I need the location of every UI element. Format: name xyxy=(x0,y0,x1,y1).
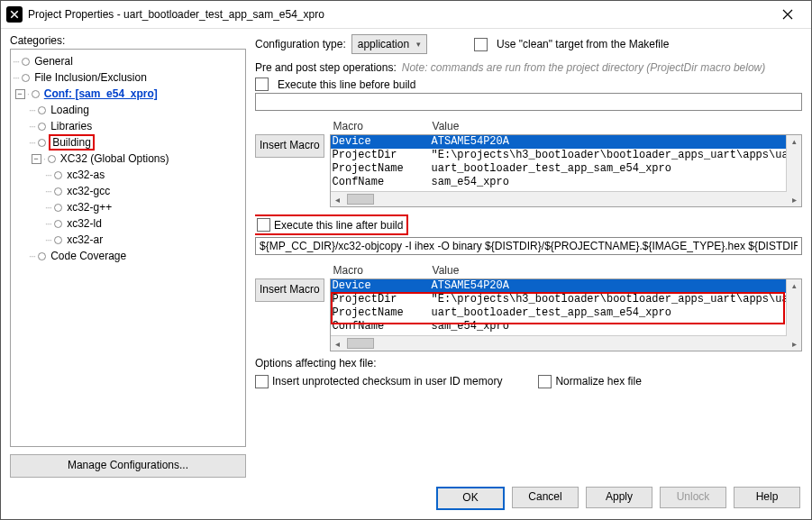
macro-table-header: MacroValue xyxy=(330,262,802,278)
dialog-button-bar: OK Cancel Apply Unlock Help xyxy=(1,478,811,519)
apply-button[interactable]: Apply xyxy=(586,487,652,508)
tree-collapse-icon[interactable]: − xyxy=(29,151,43,166)
help-button[interactable]: Help xyxy=(734,487,800,508)
execute-before-checkbox[interactable] xyxy=(255,78,269,91)
ok-button[interactable]: OK xyxy=(436,487,505,510)
table-row: ConfNamesam_e54_xpro xyxy=(331,320,801,333)
execute-before-label: Execute this line before build xyxy=(278,78,415,91)
execute-after-checkbox[interactable] xyxy=(257,218,270,232)
tree-item-conf[interactable]: Conf: [sam_e54_xpro] xyxy=(44,87,158,100)
unlock-button: Unlock xyxy=(660,487,726,508)
insert-macro-after-button[interactable]: Insert Macro xyxy=(255,278,324,302)
tree-item-general[interactable]: General xyxy=(34,55,73,68)
table-row: ProjectDir"E:\projects\h3_bootloader\boo… xyxy=(331,149,801,162)
vertical-scrollbar[interactable]: ▴ xyxy=(786,135,801,192)
normalize-hex-label: Normalize hex file xyxy=(555,375,641,388)
tree-item-xc32-gpp[interactable]: xc32-g++ xyxy=(67,201,112,214)
categories-label: Categories: xyxy=(10,34,246,47)
hex-options-label: Options affecting hex file: xyxy=(255,357,802,369)
insert-checksum-checkbox[interactable] xyxy=(255,375,269,388)
titlebar: Project Properties - uart_bootloader_tes… xyxy=(1,1,811,29)
table-row: DeviceATSAME54P20A xyxy=(331,135,801,149)
tree-item-xc32-ld[interactable]: xc32-ld xyxy=(67,217,102,230)
execute-after-input[interactable] xyxy=(255,237,802,255)
chevron-down-icon: ▾ xyxy=(416,40,421,49)
cancel-button[interactable]: Cancel xyxy=(512,487,579,508)
macro-table-header: MacroValue xyxy=(330,118,802,134)
configuration-type-label: Configuration type: xyxy=(255,38,346,50)
normalize-hex-checkbox[interactable] xyxy=(538,375,552,388)
categories-tree[interactable]: ····General ····File Inclusion/Exclusion… xyxy=(10,49,246,447)
pre-post-hint: Note: commands are run from the project … xyxy=(402,61,765,74)
close-icon xyxy=(782,9,793,20)
tree-item-xc32-as[interactable]: xc32-as xyxy=(67,169,105,181)
table-row: ProjectNameuart_bootloader_test_app_sam_… xyxy=(331,162,801,176)
configuration-type-dropdown[interactable]: application ▾ xyxy=(351,34,427,54)
execute-after-label: Execute this line after build xyxy=(274,219,403,232)
tree-item-code-coverage[interactable]: Code Coverage xyxy=(50,250,126,262)
execute-before-input[interactable] xyxy=(255,93,802,111)
use-clean-label: Use "clean" target from the Makefile xyxy=(497,38,669,50)
insert-checksum-label: Insert unprotected checksum in user ID m… xyxy=(272,375,502,388)
insert-macro-before-button[interactable]: Insert Macro xyxy=(255,134,324,158)
tree-item-loading[interactable]: Loading xyxy=(50,104,89,116)
tree-item-file-inclusion[interactable]: File Inclusion/Exclusion xyxy=(34,71,147,84)
tree-item-xc32[interactable]: XC32 (Global Options) xyxy=(60,152,169,165)
project-properties-dialog: Project Properties - uart_bootloader_tes… xyxy=(0,0,812,520)
app-icon xyxy=(6,6,23,23)
horizontal-scrollbar[interactable]: ◂▸ xyxy=(331,335,801,351)
macro-table-before[interactable]: DeviceATSAME54P20A ProjectDir"E:\project… xyxy=(330,134,802,207)
table-row: DeviceATSAME54P20A xyxy=(331,279,801,293)
window-title: Project Properties - uart_bootloader_tes… xyxy=(28,8,770,21)
tree-item-building[interactable]: Building xyxy=(49,134,95,151)
manage-configurations-button[interactable]: Manage Configurations... xyxy=(10,454,246,478)
table-row: ProjectNameuart_bootloader_test_app_sam_… xyxy=(331,306,801,320)
tree-item-libraries[interactable]: Libraries xyxy=(50,120,92,132)
close-button[interactable] xyxy=(770,1,806,28)
tree-item-xc32-ar[interactable]: xc32-ar xyxy=(67,233,103,246)
tree-item-xc32-gcc[interactable]: xc32-gcc xyxy=(67,185,110,197)
table-row: ProjectDir"E:\projects\h3_bootloader\boo… xyxy=(331,293,801,306)
horizontal-scrollbar[interactable]: ◂▸ xyxy=(331,191,801,206)
macro-table-after[interactable]: DeviceATSAME54P20A ProjectDir"E:\project… xyxy=(330,278,802,351)
pre-post-label: Pre and post step operations: xyxy=(255,61,397,74)
tree-collapse-icon[interactable]: − xyxy=(13,87,27,101)
table-row: ConfNamesam_e54_xpro xyxy=(331,176,801,189)
use-clean-checkbox[interactable] xyxy=(474,38,488,51)
vertical-scrollbar[interactable]: ▴ xyxy=(786,279,801,336)
